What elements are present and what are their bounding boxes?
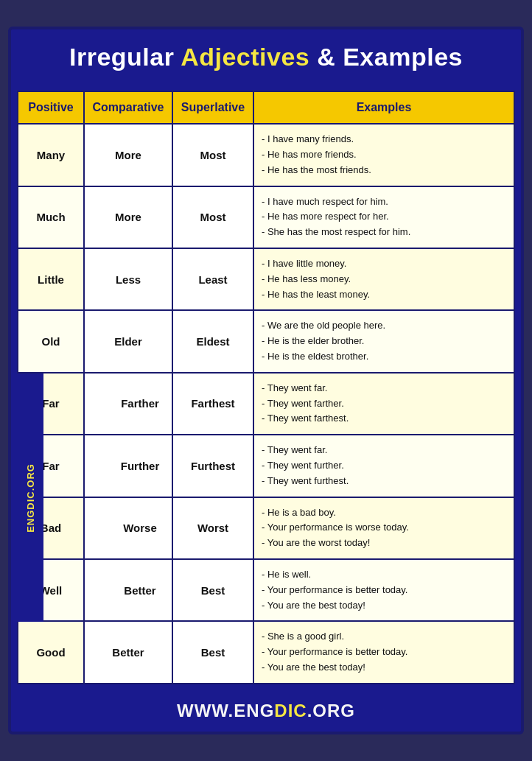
- title-part1: Irregular: [69, 43, 181, 71]
- footer-text: WWW.ENGDIC.ORG: [177, 701, 355, 720]
- footer-www: WWW.: [177, 701, 234, 720]
- cell-superlative: Best: [172, 559, 253, 621]
- cell-comparative: Better: [84, 621, 172, 683]
- cell-examples: - He is a bad boy.- Your performance is …: [253, 497, 514, 559]
- table-row: BadWorseWorst- He is a bad boy.- Your pe…: [18, 497, 514, 559]
- cell-comparative: Less: [84, 248, 172, 310]
- footer-org: .ORG: [307, 701, 355, 720]
- table-row: MuchMoreMost- I have much respect for hi…: [18, 186, 514, 248]
- table-row: FarENGDIC.ORGFartherFarthest- They went …: [18, 373, 514, 435]
- cell-comparative: Further: [84, 435, 172, 497]
- cell-comparative: Worse: [84, 497, 172, 559]
- cell-superlative: Eldest: [172, 310, 253, 372]
- title-bar: Irregular Adjectives & Examples: [11, 29, 521, 85]
- header-comparative: Comparative: [84, 91, 172, 124]
- cell-examples: - They went far.- They went further.- Th…: [253, 435, 514, 497]
- cell-superlative: Best: [172, 621, 253, 683]
- cell-comparative: Better: [84, 559, 172, 621]
- title-adjectives: Adjectives: [181, 43, 309, 71]
- cell-comparative: Farther: [84, 373, 172, 435]
- footer-dic: DIC: [274, 701, 307, 720]
- header-examples: Examples: [253, 91, 514, 124]
- cell-comparative: Elder: [84, 310, 172, 372]
- page-title: Irregular Adjectives & Examples: [26, 43, 506, 71]
- cell-comparative: More: [84, 186, 172, 248]
- title-part3: & Examples: [309, 43, 463, 71]
- table-row: WellBetterBest- He is well.- Your perfor…: [18, 559, 514, 621]
- cell-superlative: Furthest: [172, 435, 253, 497]
- cell-examples: - I have many friends.- He has more frie…: [253, 124, 514, 186]
- cell-superlative: Most: [172, 124, 253, 186]
- cell-examples: - They went far.- They went farther.- Th…: [253, 373, 514, 435]
- table-row: OldElderEldest- We are the old people he…: [18, 310, 514, 372]
- cell-positive: Old: [18, 310, 84, 372]
- watermark-text: ENGDIC.ORG: [25, 463, 36, 533]
- table-row: GoodBetterBest- She is a good girl.- You…: [18, 621, 514, 683]
- cell-positive: Little: [18, 248, 84, 310]
- cell-positive: Many: [18, 124, 84, 186]
- table-row: ManyMoreMost- I have many friends.- He h…: [18, 124, 514, 186]
- footer: WWW.ENGDIC.ORG: [11, 690, 521, 732]
- header-positive: Positive: [18, 91, 84, 124]
- header-superlative: Superlative: [172, 91, 253, 124]
- table-row: LittleLessLeast- I have little money.- H…: [18, 248, 514, 310]
- table-wrapper: Positive Comparative Superlative Example…: [11, 85, 521, 690]
- adjectives-table: Positive Comparative Superlative Example…: [17, 91, 515, 684]
- cell-examples: - He is well.- Your performance is bette…: [253, 559, 514, 621]
- cell-positive: FarENGDIC.ORG: [18, 373, 84, 435]
- cell-examples: - She is a good girl.- Your performance …: [253, 621, 514, 683]
- cell-positive: Much: [18, 186, 84, 248]
- cell-examples: - I have little money.- He has less mone…: [253, 248, 514, 310]
- footer-eng: ENG: [234, 701, 274, 720]
- cell-comparative: More: [84, 124, 172, 186]
- cell-superlative: Farthest: [172, 373, 253, 435]
- cell-examples: - I have much respect for him.- He has m…: [253, 186, 514, 248]
- cell-superlative: Least: [172, 248, 253, 310]
- cell-examples: - We are the old people here.- He is the…: [253, 310, 514, 372]
- cell-superlative: Worst: [172, 497, 253, 559]
- cell-positive: Good: [18, 621, 84, 683]
- table-header-row: Positive Comparative Superlative Example…: [18, 91, 514, 124]
- card: Irregular Adjectives & Examples Positive…: [8, 27, 524, 734]
- table-row: FarFurtherFurthest- They went far.- They…: [18, 435, 514, 497]
- cell-superlative: Most: [172, 186, 253, 248]
